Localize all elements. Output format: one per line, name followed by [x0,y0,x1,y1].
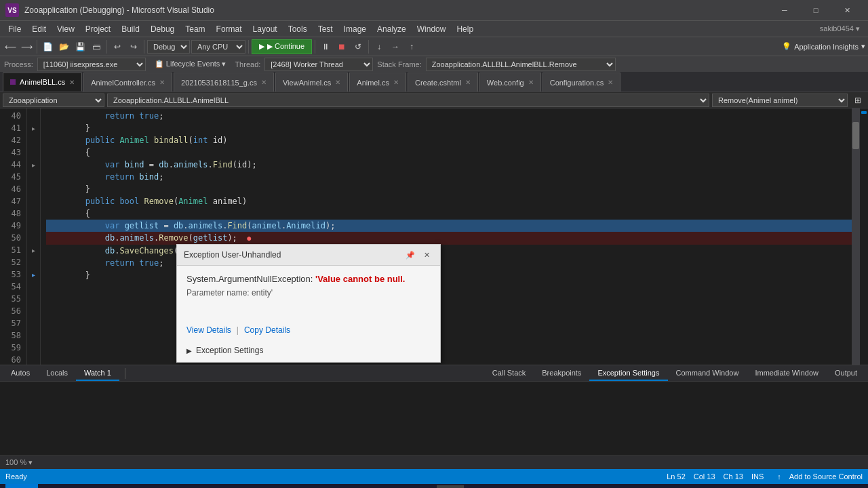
exception-close-button[interactable]: ✕ [420,249,433,261]
vertical-scrollbar[interactable] [852,108,860,365]
tab-call-stack[interactable]: Call Stack [484,366,534,381]
stop-button[interactable]: ⏹ [334,39,349,54]
continue-button[interactable]: ▶ ▶ Continue [252,39,312,54]
tab-webconfig[interactable]: Web.config ✕ [479,73,541,92]
undo-button[interactable]: ↩ [110,39,125,54]
step-out-button[interactable]: ↑ [404,39,419,54]
menu-debug[interactable]: Debug [145,23,180,35]
tab-close-configuration[interactable]: ✕ [608,79,613,86]
tab-animel[interactable]: Animel.cs ✕ [349,73,406,92]
restart-button[interactable]: ↺ [351,39,366,54]
redo-button[interactable]: ↪ [126,39,141,54]
status-ch[interactable]: Ch 13 [724,472,743,481]
method-dropdown[interactable]: Remove(Animel animel) [712,94,848,107]
tab-close-migration[interactable]: ✕ [261,79,267,86]
stack-frame-dropdown[interactable]: Zooapplication.ALLBLL.AnimelBLL.Remove [426,58,616,71]
new-file-button[interactable]: 📄 [40,39,55,54]
save-all-button[interactable]: 🗃 [89,39,104,54]
taskbar-vs-icon[interactable]: VS [437,485,464,488]
menu-format[interactable]: Format [211,23,248,35]
menu-layout[interactable]: Layout [248,23,283,35]
code-editor[interactable]: 40 41 42 43 44 45 46 47 48 49 50 51 52 5… [0,108,860,365]
collapse-arrow-51[interactable]: ▸ [32,247,35,254]
collapse-arrow-44[interactable]: ▸ [32,161,35,169]
scrollbar-thumb[interactable] [852,122,859,149]
status-col[interactable]: Col 13 [694,472,715,481]
zoom-level[interactable]: 100 % ▾ [5,458,33,467]
menu-image[interactable]: Image [338,23,372,35]
menu-test[interactable]: Test [313,23,338,35]
tab-autos[interactable]: Autos [3,366,38,381]
tab-breakpoints[interactable]: Breakpoints [534,366,589,381]
maximize-button[interactable]: □ [800,0,831,20]
minimize-button[interactable]: ─ [769,0,800,20]
status-ins[interactable]: INS [751,472,764,481]
start-button[interactable]: ⊞ [5,484,38,488]
copy-details-link[interactable]: Copy Details [244,325,290,335]
tab-close-animelcontroller[interactable]: ✕ [159,79,165,86]
pause-button[interactable]: ⏸ [318,39,333,54]
platform-dropdown[interactable]: Any CPU [191,40,245,54]
debug-config-dropdown[interactable]: Debug [147,40,190,54]
lifecycle-events-button[interactable]: 📋 Lifecycle Events ▾ [150,57,231,72]
collapse-arrow-41[interactable]: ▸ [32,125,35,132]
tab-exception-settings[interactable]: Exception Settings [589,366,667,381]
tab-output[interactable]: Output [827,366,865,381]
save-button[interactable]: 💾 [73,39,87,54]
menu-analyze[interactable]: Analyze [372,23,412,35]
namespace-dropdown[interactable]: Zooapplication.ALLBLL.AnimelBLL [107,94,709,107]
taskbar-app7[interactable]: 🏪 [407,484,434,488]
step-over-button[interactable]: → [388,39,403,54]
app-insights-button[interactable]: 💡 Application Insights ▾ [782,42,865,51]
status-ln[interactable]: Ln 52 [667,472,686,481]
project-dropdown[interactable]: Zooapplication [3,94,104,107]
menu-build[interactable]: Build [116,23,145,35]
taskbar-chrome[interactable]: ⚪ [317,484,344,488]
menu-view[interactable]: View [52,23,80,35]
tab-migration[interactable]: 20210531618115_g.cs ✕ [174,73,274,92]
exception-pin-button[interactable]: 📌 [403,249,417,261]
code-line-50: public bool Remove(Animel animel) [46,195,854,207]
status-right: Ln 52 Col 13 Ch 13 INS ↑ Add to Source C… [667,472,863,481]
tab-create[interactable]: Create.cshtml ✕ [408,73,478,92]
taskbar-explorer[interactable]: 🗂 [198,484,225,488]
tab-locals[interactable]: Locals [38,366,76,381]
menu-team[interactable]: Team [180,23,210,35]
tab-command-window[interactable]: Command Window [668,366,747,381]
menu-help[interactable]: Help [451,23,479,35]
tab-close-animelbll[interactable]: ✕ [69,79,75,86]
thread-dropdown[interactable]: [2468] Worker Thread [264,58,373,71]
tab-close-create[interactable]: ✕ [465,79,471,86]
taskbar-app5[interactable]: ♻ [347,484,374,488]
menu-project[interactable]: Project [80,23,116,35]
taskbar-edge[interactable]: 🌐 [258,484,285,488]
code-text[interactable]: return true; } public Animel bindall(int… [41,108,860,365]
taskbar-files[interactable]: 📁 [228,484,255,488]
menu-edit[interactable]: Edit [26,23,52,35]
menu-tools[interactable]: Tools [283,23,313,35]
tab-close-webconfig[interactable]: ✕ [528,79,534,86]
tab-configuration[interactable]: Configuration.cs ✕ [542,73,621,92]
tab-immediate-window[interactable]: Immediate Window [747,366,827,381]
tab-viewanimel[interactable]: ViewAnimel.cs ✕ [275,73,348,92]
taskbar-app6[interactable]: 🎮 [377,484,404,488]
user-account[interactable]: sakib0454 ▾ [820,24,865,33]
open-button[interactable]: 📂 [56,39,71,54]
tab-animelbll[interactable]: AnimelBLL.cs ✕ [3,73,82,92]
menu-file[interactable]: File [3,23,26,35]
forward-button[interactable]: ⟶ [19,39,34,54]
process-dropdown[interactable]: [11060] iisexpress.exe [37,58,146,71]
step-into-button[interactable]: ↓ [372,39,387,54]
view-details-link[interactable]: View Details [186,325,231,335]
back-button[interactable]: ⟵ [3,39,18,54]
tab-close-viewanimel[interactable]: ✕ [335,79,340,86]
add-source-control[interactable]: Add to Source Control [789,472,863,481]
tab-animelcontroller[interactable]: AnimelController.cs ✕ [83,73,172,92]
close-button[interactable]: ✕ [831,0,863,20]
tab-close-animel[interactable]: ✕ [393,79,399,86]
tab-watch1[interactable]: Watch 1 [76,366,119,381]
expand-button[interactable]: ⊞ [850,93,865,108]
taskbar-firefox[interactable]: 🦊 [288,484,315,488]
menu-window[interactable]: Window [412,23,452,35]
exception-settings-section[interactable]: ▶ Exception Settings [177,342,440,362]
